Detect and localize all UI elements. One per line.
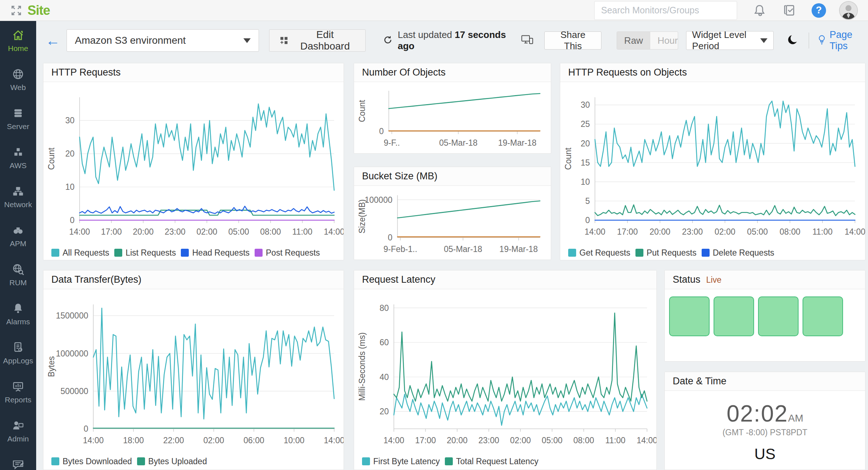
clock-meridiem: AM <box>788 413 803 424</box>
main-content: ← Amazon S3 environment Edit Dashboard L… <box>36 21 868 470</box>
svg-text:05:00: 05:00 <box>747 227 768 236</box>
dark-mode-moon-icon[interactable] <box>786 33 799 48</box>
card-title: HTTP Requests on Objects <box>560 63 865 82</box>
dashboard-select[interactable]: Amazon S3 environment <box>67 29 259 52</box>
request-latency-card: Request Latency 20406080Milli-Seconds (m… <box>354 270 657 470</box>
svg-text:06:00: 06:00 <box>243 436 264 445</box>
legend-item[interactable]: First Byte Latency <box>362 457 440 466</box>
sidebar-item-label: Network <box>4 200 32 209</box>
sidebar-item-web[interactable]: Web <box>0 60 36 99</box>
feedback-icon <box>12 458 25 470</box>
http-requests-card: HTTP Requests 0102030Count14:0017:0020:0… <box>43 63 344 260</box>
svg-text:0: 0 <box>585 215 590 225</box>
sidebar-item-server[interactable]: Server <box>0 99 36 138</box>
user-avatar[interactable] <box>839 1 858 20</box>
svg-text:23:00: 23:00 <box>682 227 703 236</box>
legend-item[interactable]: List Requests <box>114 248 176 258</box>
share-this-button[interactable]: Share This <box>544 31 601 50</box>
chevron-down-icon <box>243 38 251 43</box>
date-time-card: Date & Time 02:02AM (GMT -8:00) PST8PDT … <box>664 372 865 470</box>
sidebar-item-home[interactable]: Home <box>0 21 36 60</box>
sidebar-item-admin[interactable]: Admin <box>0 411 36 450</box>
legend-label: Put Requests <box>647 248 697 258</box>
legend-item[interactable]: Total Request Latency <box>445 457 539 466</box>
http-requests-on-objects-card: HTTP Requests on Objects 051015202530Cou… <box>560 63 865 260</box>
legend-item[interactable]: Get Requests <box>568 248 630 258</box>
search-input[interactable] <box>594 1 737 20</box>
hour-toggle-option[interactable]: Hour <box>650 32 678 49</box>
svg-text:11:00: 11:00 <box>605 436 626 445</box>
notifications-bell-icon[interactable] <box>752 3 767 18</box>
legend-swatch <box>635 249 643 257</box>
sidebar-item-network[interactable]: Network <box>0 177 36 216</box>
sidebar-item-alarms[interactable]: Alarms <box>0 294 36 333</box>
sidebar-item-label: AWS <box>9 161 26 170</box>
widget-period-value: Widget Level Period <box>692 29 760 52</box>
request-latency-legend: First Byte LatencyTotal Request Latency <box>354 453 656 469</box>
tasks-icon[interactable] <box>782 3 796 18</box>
raw-toggle-option[interactable]: Raw <box>617 32 650 49</box>
legend-item[interactable]: Bytes Uploaded <box>137 457 207 466</box>
status-monitor-box[interactable] <box>803 296 843 336</box>
svg-text:Count: Count <box>563 148 573 170</box>
help-icon[interactable]: ? <box>812 3 826 18</box>
admin-icon <box>12 419 25 432</box>
card-title: HTTP Requests <box>43 63 344 82</box>
sidebar-item-rum[interactable]: RUM <box>0 255 36 294</box>
svg-text:80: 80 <box>379 303 389 313</box>
applogs-icon <box>12 341 25 354</box>
legend-item[interactable]: All Requests <box>51 248 109 258</box>
edit-dashboard-button[interactable]: Edit Dashboard <box>269 29 366 52</box>
sidebar-item-apm[interactable]: APM <box>0 216 36 255</box>
sidebar-item-aws[interactable]: AWS <box>0 138 36 177</box>
site24x7-logo[interactable]: Site <box>27 3 50 18</box>
widget-level-period-select[interactable]: Widget Level Period <box>686 31 774 50</box>
svg-text:20:00: 20:00 <box>447 436 468 445</box>
devices-icon[interactable] <box>521 34 534 47</box>
sidebar-item-reports[interactable]: Reports <box>0 372 36 411</box>
legend-label: Total Request Latency <box>456 457 539 466</box>
svg-text:20: 20 <box>379 407 389 416</box>
expand-icon[interactable] <box>10 4 22 17</box>
bucket-size-chart: 0100000Size(MB)9-Feb-1..05-Mar-1819-Mar-… <box>354 186 551 258</box>
legend-swatch <box>51 249 59 257</box>
legend-item[interactable]: Put Requests <box>635 248 697 258</box>
svg-text:18:00: 18:00 <box>123 436 144 445</box>
legend-item[interactable]: Post Requests <box>255 248 320 258</box>
svg-text:10:00: 10:00 <box>284 436 305 445</box>
apm-icon <box>12 224 25 237</box>
card-title: Date & Time <box>665 372 865 391</box>
svg-text:0: 0 <box>84 424 88 433</box>
sidebar-item-feedback[interactable]: Feedback <box>0 450 36 470</box>
legend-swatch <box>568 249 576 257</box>
data-transfer-chart: 050000010000001500000Bytes14:0018:0022:0… <box>43 289 344 452</box>
legend-item[interactable]: Head Requests <box>181 248 250 258</box>
status-monitor-box[interactable] <box>758 296 799 336</box>
svg-text:9-Feb-1..: 9-Feb-1.. <box>383 244 417 254</box>
page-tips-link[interactable]: Page Tips <box>817 29 868 52</box>
svg-text:30: 30 <box>65 116 75 125</box>
legend-item[interactable]: Bytes Downloaded <box>51 457 132 466</box>
status-monitor-box[interactable] <box>714 296 754 336</box>
sidebar-item-applogs[interactable]: AppLogs <box>0 333 36 372</box>
dashboard-toolbar: ← Amazon S3 environment Edit Dashboard L… <box>36 21 868 60</box>
back-arrow-icon[interactable]: ← <box>46 33 60 48</box>
svg-text:05-Mar-18: 05-Mar-18 <box>444 244 482 254</box>
status-monitor-box[interactable] <box>669 296 710 336</box>
svg-text:0: 0 <box>70 215 75 225</box>
svg-text:60: 60 <box>379 338 389 347</box>
svg-text:14:00: 14:00 <box>324 436 344 445</box>
server-icon <box>12 107 25 120</box>
svg-text:14:00: 14:00 <box>324 227 344 236</box>
svg-text:05:00: 05:00 <box>542 436 563 445</box>
legend-swatch <box>181 249 189 257</box>
refresh-icon[interactable] <box>383 35 393 46</box>
legend-label: Head Requests <box>192 248 250 258</box>
svg-text:0: 0 <box>388 233 392 242</box>
sidebar-item-label: Web <box>10 83 26 92</box>
svg-text:08:00: 08:00 <box>779 227 800 236</box>
data-transfer-legend: Bytes DownloadedBytes Uploaded <box>43 453 344 469</box>
sidebar-item-label: RUM <box>9 278 27 287</box>
legend-swatch <box>255 249 263 257</box>
legend-item[interactable]: Delete Requests <box>702 248 774 258</box>
